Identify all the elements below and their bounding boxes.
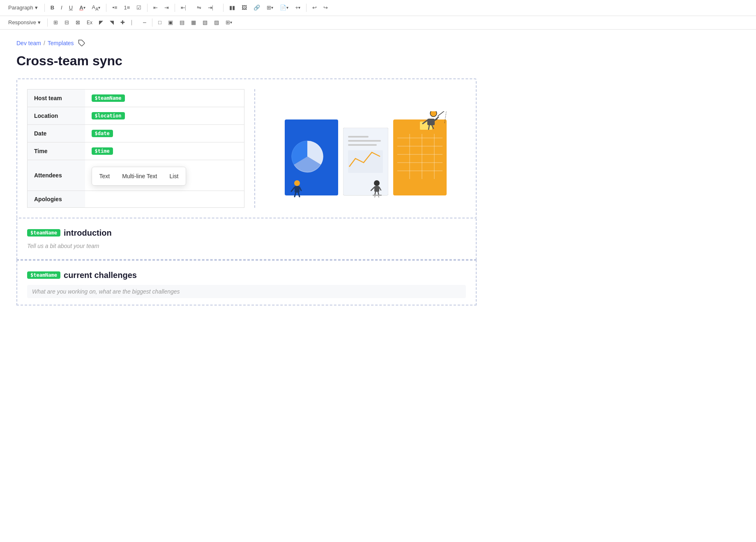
embed-button[interactable]: 📄 ▾ xyxy=(277,3,291,12)
table-btn-3[interactable]: ▤ xyxy=(177,18,187,27)
divider-b1 xyxy=(47,18,48,27)
underline-icon: U xyxy=(69,5,73,11)
date-chip[interactable]: $date xyxy=(92,130,113,137)
align-right-button[interactable]: ⇥⎸ xyxy=(205,3,220,13)
bold-button[interactable]: B xyxy=(48,3,57,12)
section-inner: Host team $teamName Location $location xyxy=(27,89,466,208)
checkbox-button[interactable]: ☑ xyxy=(134,3,144,12)
layout-icon-1: ⊞ xyxy=(53,19,58,25)
location-chip[interactable]: $location xyxy=(92,112,125,119)
layout-btn-6[interactable]: ◥ xyxy=(107,18,116,27)
table-btn-4[interactable]: ▦ xyxy=(189,18,198,27)
chevron-down-icon: ▾ xyxy=(35,5,38,11)
svg-rect-15 xyxy=(374,186,379,192)
svg-line-22 xyxy=(378,196,379,198)
table-button[interactable]: ⊞ ▾ xyxy=(264,3,276,12)
introduction-heading-text: introduction xyxy=(64,228,112,238)
responsive-label: Responsive xyxy=(8,19,36,25)
attendees-label: Attendees xyxy=(28,160,85,191)
align-left-icon: ⇤⎸ xyxy=(181,5,190,11)
illus-blue-panel xyxy=(285,119,338,198)
undo-icon: ↩ xyxy=(312,5,317,11)
apologies-value xyxy=(85,191,244,207)
type-dropdown[interactable]: Text Multi-line Text List xyxy=(92,167,187,186)
code-block-icon: ▮▮ xyxy=(229,5,235,11)
left-column: Host team $teamName Location $location xyxy=(27,89,255,208)
table-btn-6[interactable]: ▨ xyxy=(212,18,221,27)
breadcrumb-separator: / xyxy=(44,40,45,46)
type-option-text[interactable]: Text xyxy=(94,170,116,182)
team-name-chip-intro[interactable]: $teamName xyxy=(27,229,60,237)
insert-button[interactable]: + ▾ xyxy=(293,3,303,12)
layout-btn-9[interactable]: ⎼ xyxy=(141,18,149,27)
layout-btn-4[interactable]: Ex xyxy=(84,18,95,27)
yellow-panel-svg xyxy=(393,111,447,198)
team-name-chip-1[interactable]: $teamName xyxy=(92,94,125,102)
layout-btn-8[interactable]: ⎸ xyxy=(129,18,139,28)
underline-button[interactable]: U xyxy=(67,3,75,12)
image-icon: 🖼 xyxy=(242,5,247,11)
content-area: Dev team / Templates Cross-team sync Hos… xyxy=(0,30,493,315)
ordered-list-button[interactable]: 1≡ xyxy=(122,3,133,12)
code-block-button[interactable]: ▮▮ xyxy=(227,3,237,12)
table-btn-2[interactable]: ▣ xyxy=(166,18,175,27)
illus-yellow-panel xyxy=(393,111,447,198)
divider-b2 xyxy=(152,18,152,27)
indent-increase-button[interactable]: ⇥ xyxy=(162,3,171,12)
info-table: Host team $teamName Location $location xyxy=(27,89,244,208)
layout-btn-2[interactable]: ⊟ xyxy=(62,18,71,27)
italic-button[interactable]: I xyxy=(58,3,65,12)
apologies-label: Apologies xyxy=(28,191,85,207)
table-btn-7[interactable]: ⊞ ▾ xyxy=(223,18,235,27)
location-value: $location xyxy=(85,107,244,124)
time-chip[interactable]: $time xyxy=(92,147,113,155)
indent-decrease-button[interactable]: ⇤ xyxy=(151,3,160,12)
responsive-dropdown[interactable]: Responsive ▾ xyxy=(5,18,44,27)
page-title: Cross-team sync xyxy=(16,53,477,69)
svg-rect-10 xyxy=(348,136,369,138)
image-button[interactable]: 🖼 xyxy=(239,3,249,12)
toolbar-bottom: Responsive ▾ ⊞ ⊟ ⊠ Ex ◤ ◥ ✚ ⎸ ⎼ □ ▣ ▤ ▦ … xyxy=(0,16,756,30)
table-row: Location $location xyxy=(28,107,244,124)
type-option-multiline[interactable]: Multi-line Text xyxy=(116,170,163,182)
redo-button[interactable]: ↪ xyxy=(321,3,330,12)
date-label: Date xyxy=(28,124,85,142)
text-color-button[interactable]: A ▾ xyxy=(77,3,88,12)
table-row: Date $date xyxy=(28,124,244,142)
divider-1 xyxy=(44,4,45,12)
undo-button[interactable]: ↩ xyxy=(310,3,319,12)
layout-btn-3[interactable]: ⊠ xyxy=(73,18,83,27)
indent-decrease-icon: ⇤ xyxy=(153,5,158,11)
layout-icon-6: ◥ xyxy=(110,19,114,25)
layout-icon-5: ◤ xyxy=(99,19,103,25)
type-option-list[interactable]: List xyxy=(164,170,184,182)
introduction-placeholder: Tell us a bit about your team xyxy=(27,243,466,249)
paragraph-dropdown[interactable]: Paragraph ▾ xyxy=(5,3,41,12)
attendees-value[interactable]: Text Multi-line Text List xyxy=(85,160,244,191)
breadcrumb-current[interactable]: Templates xyxy=(48,40,74,46)
bullet-list-button[interactable]: •≡ xyxy=(110,3,120,12)
table-btn-1[interactable]: □ xyxy=(156,18,164,27)
layout-btn-7[interactable]: ✚ xyxy=(118,18,127,27)
date-value: $date xyxy=(85,124,244,142)
table-icon-3: ▤ xyxy=(180,19,184,25)
breadcrumb-team-link[interactable]: Dev team xyxy=(16,40,41,46)
challenges-section: $teamName current challenges What are yo… xyxy=(16,260,477,305)
layout-icon-2: ⊟ xyxy=(65,19,69,25)
layout-btn-5[interactable]: ◤ xyxy=(97,18,106,27)
tag-icon xyxy=(78,39,85,47)
svg-point-33 xyxy=(430,111,437,117)
link-button[interactable]: 🔗 xyxy=(251,3,263,12)
align-right-icon: ⇥⎸ xyxy=(208,5,217,11)
time-value: $time xyxy=(85,142,244,160)
svg-line-34 xyxy=(438,111,447,116)
table-btn-5[interactable]: ▧ xyxy=(200,18,210,27)
team-name-chip-challenges[interactable]: $teamName xyxy=(27,271,60,279)
illus-white-panel xyxy=(343,128,388,198)
text-case-button[interactable]: AA ▾ xyxy=(90,2,103,13)
introduction-section: $teamName introduction Tell us a bit abo… xyxy=(16,218,477,260)
align-left-button[interactable]: ⇤⎸ xyxy=(178,3,193,13)
chevron-down-icon-case: ▾ xyxy=(98,5,100,10)
align-center-button[interactable]: ⇋ xyxy=(194,3,204,12)
layout-btn-1[interactable]: ⊞ xyxy=(51,18,60,27)
